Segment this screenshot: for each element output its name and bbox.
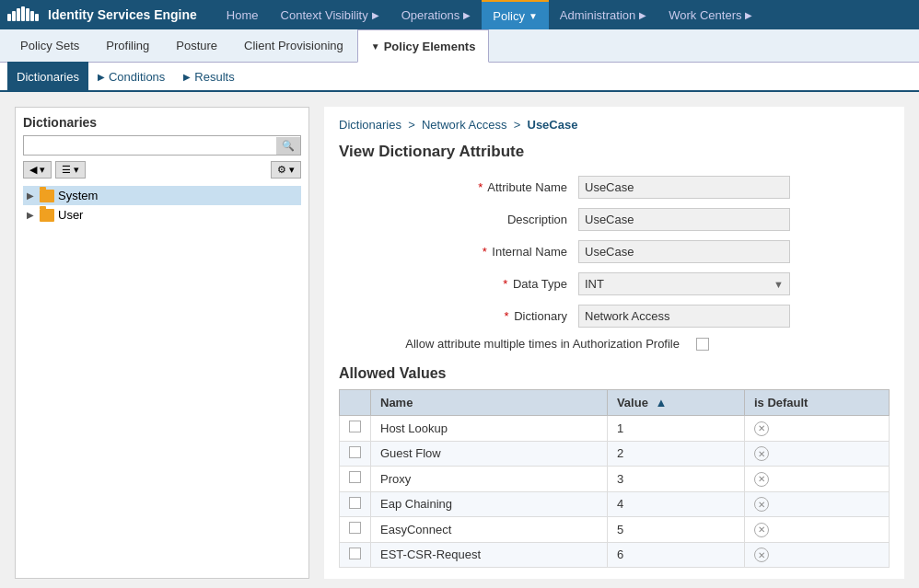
tab-policy-sets[interactable]: Policy Sets [7, 29, 93, 63]
back-button[interactable]: ◀ ▾ [23, 161, 52, 179]
svg-rect-5 [30, 11, 34, 21]
breadcrumb: Dictionaries > Network Access > UseCase [339, 118, 890, 132]
list-view-button[interactable]: ☰ ▾ [55, 161, 86, 179]
tab-dictionaries[interactable]: Dictionaries [7, 62, 88, 91]
tab-posture[interactable]: Posture [163, 29, 231, 63]
row-is-default-1: ✕ [744, 441, 889, 467]
remove-icon-2[interactable]: ✕ [754, 472, 769, 487]
section-title: View Dictionary Attribute [339, 143, 890, 161]
svg-rect-6 [35, 14, 39, 21]
row-checkbox-4[interactable] [349, 522, 361, 534]
cisco-logo [7, 4, 41, 26]
row-checkbox-1[interactable] [349, 446, 361, 458]
breadcrumb-network-access[interactable]: Network Access [422, 118, 506, 132]
checkbox-allow-multiple[interactable] [696, 338, 709, 351]
user-folder-icon [40, 209, 54, 222]
col-value: Value ▲ [607, 390, 744, 416]
row-checkbox-5[interactable] [349, 548, 361, 559]
row-checkbox-2[interactable] [349, 471, 361, 483]
form-row-internal-name: * Internal Name UseCase [339, 240, 890, 263]
table-row: Proxy 3 ✕ [340, 467, 890, 492]
user-expand-arrow: ▶ [27, 210, 34, 220]
svg-rect-0 [7, 14, 11, 21]
remove-icon-5[interactable]: ✕ [754, 548, 769, 562]
row-value-0: 1 [607, 416, 744, 442]
nav-operations[interactable]: Operations ▶ [390, 0, 483, 29]
row-name-1: Guest Flow [371, 441, 608, 467]
nav-home[interactable]: Home [215, 0, 270, 29]
search-button[interactable]: 🔍 [276, 137, 300, 155]
row-value-4: 5 [607, 517, 744, 543]
nav-administration[interactable]: Administration ▶ [549, 0, 657, 29]
table-row: EasyConnect 5 ✕ [340, 517, 890, 543]
remove-icon-4[interactable]: ✕ [754, 523, 769, 537]
row-checkbox-cell [340, 517, 371, 543]
form-row-description: Description UseCase [339, 208, 890, 231]
row-checkbox-0[interactable] [349, 421, 361, 432]
row-name-4: EasyConnect [371, 517, 608, 543]
administration-arrow: ▶ [639, 10, 646, 20]
label-internal-name: * Internal Name [339, 245, 578, 259]
table-row: EST-CSR-Request 6 ✕ [340, 542, 890, 568]
row-is-default-3: ✕ [744, 491, 889, 517]
col-checkbox [340, 390, 371, 416]
nav-policy[interactable]: Policy ▼ [482, 0, 549, 29]
tree-item-system[interactable]: ▶ System [23, 186, 301, 205]
row-checkbox-cell [340, 542, 371, 568]
row-is-default-0: ✕ [744, 416, 889, 442]
breadcrumb-dictionaries[interactable]: Dictionaries [339, 118, 401, 132]
svg-rect-3 [21, 6, 25, 21]
system-label: System [58, 189, 98, 202]
policy-arrow: ▼ [529, 11, 538, 21]
system-folder-icon [40, 190, 54, 202]
input-internal-name: UseCase [578, 240, 790, 263]
tab-conditions[interactable]: ▶ Conditions [88, 62, 174, 91]
user-label: User [58, 208, 83, 222]
nav-context-visibility[interactable]: Context Visibility ▶ [270, 0, 390, 29]
breadcrumb-use-case: UseCase [528, 118, 578, 132]
row-name-5: EST-CSR-Request [371, 542, 608, 568]
top-navigation: Identity Services Engine Home Context Vi… [0, 0, 919, 29]
tab-profiling[interactable]: Profiling [93, 29, 163, 63]
form-row-data-type: * Data Type INT ▼ [339, 272, 890, 295]
allowed-values-title: Allowed Values [339, 365, 890, 382]
second-navigation: Policy Sets Profiling Posture Client Pro… [0, 29, 919, 63]
row-checkbox-cell [340, 491, 371, 517]
label-attribute-name: * Attribute Name [339, 180, 578, 194]
remove-icon-1[interactable]: ✕ [754, 446, 769, 461]
select-data-type[interactable]: INT ▼ [578, 272, 790, 295]
tab-results[interactable]: ▶ Results [174, 62, 243, 91]
data-type-arrow: ▼ [774, 279, 784, 290]
top-nav-items: Home Context Visibility ▶ Operations ▶ P… [215, 0, 912, 29]
row-is-default-2: ✕ [744, 467, 889, 492]
left-panel-title: Dictionaries [23, 115, 301, 130]
table-row: Host Lookup 1 ✕ [340, 416, 890, 442]
tree-item-user[interactable]: ▶ User [23, 205, 301, 225]
app-title: Identity Services Engine [48, 7, 197, 22]
row-is-default-4: ✕ [744, 517, 889, 543]
table-row: Eap Chaining 4 ✕ [340, 491, 890, 517]
row-checkbox-cell [340, 467, 371, 492]
nav-work-centers[interactable]: Work Centers ▶ [657, 0, 763, 29]
row-value-5: 6 [607, 542, 744, 568]
label-data-type: * Data Type [339, 277, 578, 291]
work-centers-arrow: ▶ [745, 10, 752, 20]
gear-button[interactable]: ⚙ ▾ [271, 161, 301, 179]
search-input[interactable] [24, 136, 276, 155]
row-value-3: 4 [607, 491, 744, 517]
input-attribute-name: UseCase [578, 176, 790, 199]
third-navigation: Dictionaries ▶ Conditions ▶ Results [0, 63, 919, 92]
tab-client-provisioning[interactable]: Client Provisioning [231, 29, 357, 63]
row-checkbox-3[interactable] [349, 497, 361, 509]
input-description: UseCase [578, 208, 790, 231]
value-sort-arrow[interactable]: ▲ [656, 396, 668, 409]
remove-icon-3[interactable]: ✕ [754, 497, 769, 512]
tab-policy-elements[interactable]: ▼ Policy Elements [357, 29, 490, 63]
col-name: Name [371, 390, 608, 416]
remove-icon-0[interactable]: ✕ [754, 421, 769, 436]
checkbox-label-allow-multiple: Allow attribute multiple times in Author… [348, 337, 689, 351]
right-panel: Dictionaries > Network Access > UseCase … [324, 107, 904, 579]
svg-rect-2 [17, 8, 20, 21]
row-checkbox-cell [340, 441, 371, 467]
row-name-2: Proxy [371, 467, 608, 492]
